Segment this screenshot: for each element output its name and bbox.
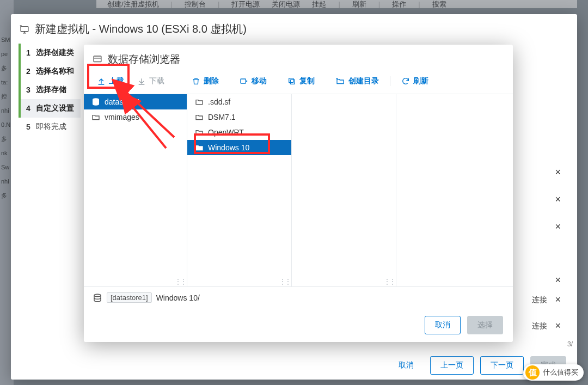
vm-icon [20,25,29,34]
folder-item[interactable]: .sdd.sf [187,94,291,109]
delete-button[interactable]: 删除 [185,73,225,89]
move-button[interactable]: 移动 [233,73,273,89]
svg-point-6 [94,294,101,297]
device-row: × [547,167,561,178]
folder-item[interactable]: OpenWRT [187,125,291,140]
wizard-step-2[interactable]: 2选择名称和 [19,62,81,81]
device-row: 连接× [532,294,561,305]
refresh-button[interactable]: 刷新 [395,73,435,89]
svg-rect-3 [290,80,295,84]
datastore-item[interactable]: datastore1 [84,94,187,109]
wizard-title: 新建虚拟机 - Windows 10 (ESXi 8.0 虚拟机) [35,22,247,36]
wizard-prev-button[interactable]: 上一页 [430,356,474,375]
datastore-icon [91,97,100,106]
wizard-step-3[interactable]: 3选择存储 [19,81,81,99]
upload-icon [97,77,106,85]
resize-handle-icon[interactable]: ⋮⋮ [384,278,395,285]
folder-icon [195,113,204,121]
resize-handle-icon[interactable]: ⋮⋮ [279,278,290,285]
svg-rect-2 [241,79,246,83]
download-button: 下载 [131,73,171,89]
device-row: × [547,221,561,233]
resize-handle-icon[interactable]: ⋮⋮ [175,278,186,285]
folder-icon [91,113,100,121]
wizard-step-4[interactable]: 4自定义设置 [19,99,81,118]
browser-icon [93,54,102,64]
refresh-icon [401,77,410,85]
close-icon[interactable]: × [555,320,561,332]
download-icon [137,77,146,85]
ds-column-3 [396,94,513,286]
trash-icon [192,77,200,85]
svg-rect-1 [94,56,101,62]
ds-select-button: 选择 [467,316,503,334]
close-icon[interactable]: × [555,294,561,305]
smzdm-logo-icon: 值 [525,365,540,380]
upload-button[interactable]: 上载 [90,73,131,89]
svg-rect-4 [289,78,293,83]
ds-cancel-button[interactable]: 取消 [425,316,461,334]
ds-title: 数据存储浏览器 [108,52,180,66]
close-icon[interactable]: × [555,221,561,233]
wizard-footer: 取消 上一页 下一页 完成 [11,351,577,380]
datastore-icon [93,293,102,303]
ds-column-1: .sdd.sf DSM7.1 OpenWRT Windows 10 ⋮⋮ [187,94,292,286]
close-icon[interactable]: × [555,274,561,286]
copy-icon [287,77,296,85]
ds-column-2: ⋮⋮ [292,94,396,286]
wizard-step-5[interactable]: 5即将完成 [19,118,81,136]
folder-item-selected[interactable]: Windows 10 [187,140,291,155]
datastore-item[interactable]: vmimages [84,109,187,125]
smzdm-watermark: 值 什么值得买 [523,364,584,381]
wizard-next-button[interactable]: 下一页 [480,356,524,375]
folder-item[interactable]: DSM7.1 [187,109,291,125]
copy-button[interactable]: 复制 [281,73,321,89]
folder-icon [195,97,204,106]
folder-icon [195,143,204,152]
svg-rect-0 [21,26,28,31]
device-row: 连接× [532,320,561,332]
move-icon [240,77,248,85]
mkdir-button[interactable]: 创建目录 [329,73,385,89]
wizard-step-1[interactable]: 1选择创建类 [19,44,81,62]
close-icon[interactable]: × [555,167,561,178]
close-icon[interactable]: × [555,194,561,205]
device-row: × [547,194,561,205]
device-row: × [547,274,561,286]
wizard-cancel-button[interactable]: 取消 [389,356,424,375]
new-folder-icon [335,77,345,85]
pager-fragment: 3/ [567,340,573,348]
ds-toolbar: 上载 下载 删除 移动 复制 创建目录 刷新 [84,70,513,94]
ds-path: [datastore1] Windows 10/ [84,287,513,308]
ds-column-0: datastore1 vmimages ⋮⋮ [84,94,187,286]
folder-icon [195,128,204,137]
datastore-browser-modal: 数据存储浏览器 上载 下载 删除 移动 复制 创建目录 [84,45,513,342]
wizard-steps: 1选择创建类 2选择名称和 3选择存储 4自定义设置 5即将完成 [11,44,81,351]
